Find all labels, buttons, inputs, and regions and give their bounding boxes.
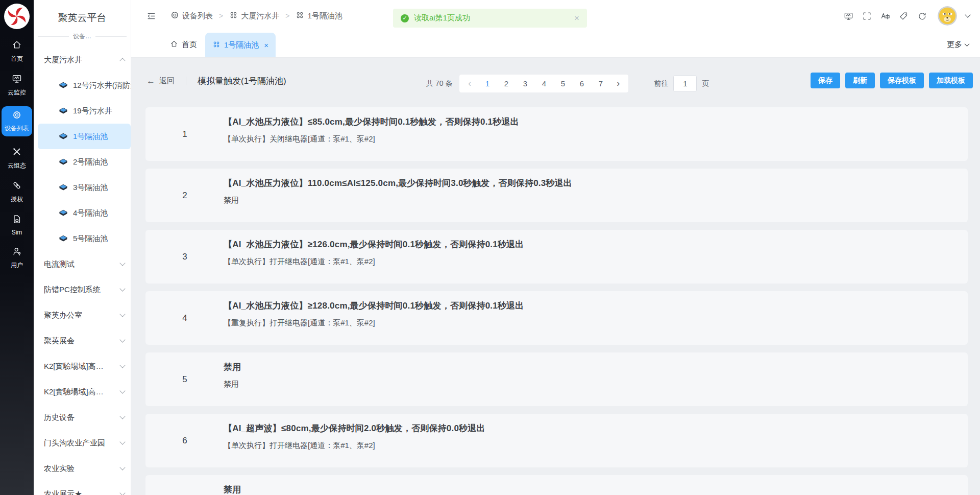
rail-item-label: 云监控	[8, 88, 26, 97]
rule-action: 禁用	[224, 196, 952, 205]
header-actions	[844, 6, 970, 26]
vertical-divider	[186, 77, 186, 85]
device-icon	[58, 157, 68, 167]
rail-item-cloud-scada[interactable]: 云组态	[2, 147, 32, 170]
brand-logo[interactable]	[4, 3, 30, 30]
chevron-down-icon	[119, 388, 125, 393]
rail-item-home[interactable]: 首页	[2, 40, 32, 63]
rail-item-sim[interactable]: Sim	[2, 214, 32, 236]
device-icon	[58, 208, 68, 218]
action-buttons: 保存 刷新 保存模板 加载模板	[811, 73, 973, 88]
chevron-down-icon	[119, 337, 125, 342]
breadcrumb-item-group[interactable]: 大厦污水井	[229, 11, 279, 21]
sidebar-group[interactable]: 电流测试	[34, 251, 131, 277]
tab-home[interactable]: 首页	[162, 32, 205, 57]
sidebar-group[interactable]: 聚英办公室	[34, 302, 131, 328]
sidebar-group[interactable]: 农业展示★	[34, 481, 131, 495]
sidebar-device-item[interactable]: 2号隔油池	[34, 149, 131, 175]
page-number[interactable]: 3	[516, 75, 534, 92]
monitor-icon	[12, 74, 22, 86]
user-key-icon	[12, 246, 22, 258]
goto-label: 前往	[654, 79, 668, 88]
page-number[interactable]: 5	[553, 75, 572, 92]
tab-device[interactable]: 1号隔油池 ×	[205, 33, 276, 57]
rule-row[interactable]: 4 【AI_水池压力液位】≥128.0cm,最少保持时间0.1秒触发，否则保持0…	[145, 291, 968, 345]
chevron-down-icon	[119, 490, 125, 495]
home-icon	[170, 40, 178, 50]
page-number[interactable]: 1	[478, 75, 497, 92]
chevron-down-icon	[119, 413, 125, 419]
load-template-button[interactable]: 加载模板	[929, 73, 973, 88]
rail-item-users[interactable]: 用户	[2, 246, 32, 270]
rule-action: 【单次执行】打开继电器[通道：泵#1、泵#2]	[224, 257, 952, 267]
sidebar-group[interactable]: 历史设备	[34, 405, 131, 430]
sidebar-group[interactable]: 防错PC控制系统	[34, 277, 131, 302]
page-number[interactable]: 4	[534, 75, 553, 92]
device-icon	[58, 80, 68, 90]
link-icon	[12, 180, 22, 193]
save-template-button[interactable]: 保存模板	[880, 73, 924, 88]
rail-item-device-list[interactable]: 设备列表	[2, 106, 32, 136]
device-icon	[58, 106, 68, 116]
rule-row[interactable]: 3 【AI_水池压力液位】≥126.0cm,最少保持时间0.1秒触发，否则保持0…	[145, 230, 968, 284]
rule-action: 【单次执行】打开继电器[通道：泵#1、泵#2]	[224, 441, 952, 451]
sim-card-icon	[12, 214, 22, 226]
sidebar-device-item[interactable]: 3号隔油池	[34, 175, 131, 200]
sidebar-group[interactable]: K2[實驗場域]高…	[34, 353, 131, 379]
primary-nav-rail: 首页 云监控 设备列表 云组态 授权 Sim 用户	[0, 0, 34, 495]
rail-item-label: 设备列表	[5, 124, 29, 133]
sidebar-device-item-selected[interactable]: 1号隔油池	[38, 124, 131, 149]
refresh-button[interactable]: 刷新	[845, 73, 875, 88]
goto-page-input[interactable]	[673, 75, 697, 92]
back-button[interactable]: ← 返回	[146, 76, 175, 86]
collapse-sidebar-icon[interactable]	[146, 11, 156, 21]
rule-row[interactable]: 7 禁用	[145, 475, 968, 495]
monitor-chart-icon[interactable]	[844, 11, 853, 21]
tag-icon[interactable]	[899, 11, 909, 21]
save-button[interactable]: 保存	[811, 73, 840, 88]
page-number[interactable]: 7	[591, 75, 610, 92]
prev-page-icon[interactable]: ‹	[461, 75, 478, 92]
rule-number: 2	[178, 191, 191, 201]
breadcrumb-item-device[interactable]: 1号隔油池	[296, 11, 342, 21]
sidebar-device-item[interactable]: 12号污水井(消防泵	[34, 73, 131, 98]
close-icon[interactable]: ×	[264, 41, 268, 50]
rail-item-label: 云组态	[8, 161, 26, 170]
trigger-rule-list: 1 【AI_水池压力液位】≤85.0cm,最少保持时间0.1秒触发，否则保持0.…	[145, 107, 968, 495]
rail-item-authorization[interactable]: 授权	[2, 180, 32, 204]
tab-bar: 首页 1号隔油池 × 更多	[131, 32, 980, 57]
main-content: ← 返回 模拟量触发(1号隔油池) 共 70 条 ‹ 1 2 3 4 5 6 7…	[131, 58, 980, 495]
grid-icon	[296, 11, 304, 21]
rule-row[interactable]: 1 【AI_水池压力液位】≤85.0cm,最少保持时间0.1秒触发，否则保持0.…	[145, 107, 968, 161]
gear-icon	[170, 11, 179, 21]
page-number[interactable]: 6	[572, 75, 591, 92]
page-number[interactable]: 2	[497, 75, 516, 92]
user-avatar[interactable]	[938, 6, 957, 26]
sidebar-device-item[interactable]: 19号污水井	[34, 98, 131, 124]
back-arrow-icon: ←	[146, 77, 155, 85]
more-dropdown[interactable]: 更多	[947, 40, 969, 50]
rule-row[interactable]: 5 禁用 禁用	[145, 352, 968, 406]
refresh-icon[interactable]	[917, 11, 927, 21]
sidebar-device-item[interactable]: 4号隔油池	[34, 200, 131, 226]
sidebar-group[interactable]: K2[實驗場域]高…	[34, 379, 131, 405]
sidebar-device-item[interactable]: 5号隔油池	[34, 226, 131, 251]
rule-row[interactable]: 6 【AI_超声波】≤80cm,最少保持时间2.0秒触发，否则保持0.0秒退出 …	[145, 414, 968, 467]
device-tree-sidebar: 聚英云平台 设备… 大厦污水井 12号污水井(消防泵 19号污水井 1号隔油池 …	[34, 0, 131, 495]
device-icon	[58, 182, 68, 193]
rail-item-cloud-monitor[interactable]: 云监控	[2, 74, 32, 97]
translate-icon[interactable]	[880, 11, 890, 21]
chevron-down-icon[interactable]	[965, 12, 970, 17]
rule-action: 禁用	[224, 380, 952, 389]
rule-condition: 【AI_超声波】≤80cm,最少保持时间2.0秒触发，否则保持0.0秒退出	[224, 422, 952, 434]
breadcrumb-item-device-list[interactable]: 设备列表	[170, 11, 213, 21]
close-icon[interactable]: ×	[574, 13, 579, 23]
next-page-icon[interactable]: ›	[610, 75, 626, 92]
sidebar-group[interactable]: 门头沟农业产业园	[34, 430, 131, 456]
sidebar-group[interactable]: 大厦污水井	[34, 47, 131, 73]
sidebar-group[interactable]: 农业实验	[34, 456, 131, 481]
fullscreen-icon[interactable]	[862, 11, 872, 21]
rule-row[interactable]: 2 【AI_水池压力液位】110.0cm≤AI≤125.0cm,最少保持时间3.…	[145, 169, 968, 222]
sidebar-group[interactable]: 聚英展会	[34, 328, 131, 353]
grid-icon	[229, 11, 238, 21]
